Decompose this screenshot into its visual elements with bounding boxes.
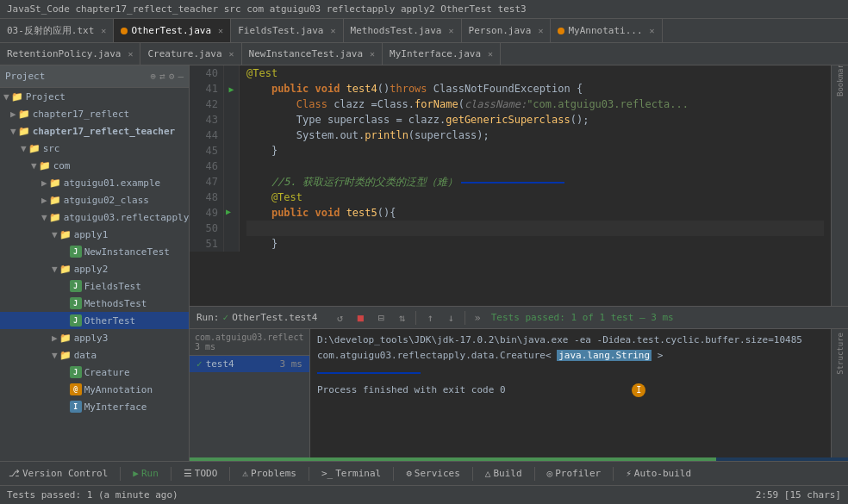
tree-item-myinterface[interactable]: I MyInterface [0,398,189,415]
tree-item-creature[interactable]: J Creature [0,364,189,381]
tree-item-atguigu02[interactable]: ▶ 📁 atguigu02_class [0,191,189,208]
tree-item-newinstancetest[interactable]: J NewInstanceTest [0,243,189,260]
tab-creature[interactable]: Creature.java ✕ [140,43,241,65]
tab-myannotation[interactable]: MyAnnotati... ✕ [551,19,662,42]
tab-close-icon[interactable]: ✕ [370,49,375,59]
tree-item-fieldstest[interactable]: J FieldsTest [0,277,189,295]
tree-item-src[interactable]: ▼ 📁 src [0,140,189,157]
tab-close-icon[interactable]: ✕ [538,26,543,35]
test-list-item[interactable]: ✓ test4 3 ms [190,356,309,372]
tree-item-chapter17[interactable]: ▶ 📁 chapter17_reflect [0,105,189,122]
structure-icon[interactable]: Structure [836,333,845,375]
tab-label: MyAnnotati... [568,25,642,36]
services-btn[interactable]: ⚙ Services [401,466,465,481]
stop-icon[interactable]: ■ [352,309,369,327]
tab-label: OtherTest.java [131,25,211,36]
line-numbers: 40 41 42 43 44 45 46 47 48 49 50 51 [190,65,224,252]
run-button-test5[interactable]: ▶ [224,205,239,221]
tab-close-icon[interactable]: ✕ [330,26,335,35]
run-btn[interactable]: ▶ Run [128,466,164,481]
tree-item-apply1[interactable]: ▼ 📁 apply1 [0,226,189,243]
tab-close-icon[interactable]: ✕ [488,49,493,59]
title-bar-text: JavaSt_Code chapter17_reflect_teacher sr… [7,3,527,15]
problems-btn[interactable]: ⚠ Problems [237,466,302,481]
code-content[interactable]: @Test public void test4 () throws C [240,65,831,306]
tree-item-chapter17-teacher[interactable]: ▼ 📁 chapter17_reflect_teacher [0,122,189,140]
structure-panel: Structure [831,329,848,457]
todo-btn[interactable]: ☰ TODO [178,466,223,481]
tree-item-label: Creature [84,367,130,378]
sort-icon[interactable]: ⇅ [393,309,410,327]
profiler-label: Profiler [555,468,601,479]
separator [613,467,614,481]
tree-item-com[interactable]: ▼ 📁 com [0,157,189,174]
tab-close-icon[interactable]: ✕ [128,49,133,59]
java-file-icon: J [70,246,82,258]
separator [120,467,121,481]
keyword-void: void [315,81,340,96]
tab-myinterface[interactable]: MyInterface.java ✕ [383,43,501,65]
tab-fieldstest[interactable]: FieldsTest.java ✕ [231,19,343,42]
tab-person[interactable]: Person.java ✕ [462,19,552,42]
problems-label: Problems [251,468,296,479]
sidebar-sync-icon[interactable]: ⇄ [159,71,165,82]
tab-dot-icon [558,28,564,34]
test-list-panel: com.atguigu03.reflect 3 ms ✓ test4 3 ms [190,329,310,457]
tab-close-icon[interactable]: ✕ [448,26,453,35]
autobuild-btn[interactable]: ⚡ Auto-build [620,466,696,481]
build-btn[interactable]: △ Build [480,466,527,481]
sidebar-settings-icon[interactable]: ⚙ [169,71,175,82]
folder-icon: 📁 [28,143,41,154]
version-control-icon: ⎇ [9,468,20,479]
tree-item-apply3[interactable]: ▶ 📁 apply3 [0,329,189,346]
tree-item-label: atguigu01.example [64,177,161,189]
profiler-btn[interactable]: ◎ Profiler [542,466,607,481]
todo-label: TODO [195,468,218,479]
next-icon[interactable]: ↓ [442,309,459,327]
sidebar-minus-icon[interactable]: — [178,71,184,82]
tab-label: Person.java [469,25,532,36]
expand-icon: ▼ [3,91,9,103]
method-name: test5 [346,205,377,221]
tree-item-methodstest[interactable]: J MethodsTest [0,295,189,312]
tree-item-label: NewInstanceTest [84,246,170,258]
tree-item-apply2[interactable]: ▼ 📁 apply2 [0,260,189,277]
restart-icon[interactable]: ↺ [331,309,348,327]
code-line-47: //5. 获取运行时类的父类的泛型（难） [246,174,824,190]
tree-item-atguigu01[interactable]: ▶ 📁 atguigu01.example [0,174,189,191]
tree-item-othertest[interactable]: J OtherTest [0,312,189,329]
tab-close-icon[interactable]: ✕ [650,26,655,35]
run-test-name: OtherTest.test4 [232,312,317,323]
separator [229,467,230,481]
bookmark-icon[interactable]: Bookmarks [833,69,847,83]
java-file-icon: J [70,280,82,292]
tab-reflectapply[interactable]: 03-反射的应用.txt ✕ [0,19,114,42]
tab-retentionpolicy[interactable]: RetentionPolicy.java ✕ [0,43,140,65]
tree-item-label: OtherTest [84,315,136,327]
tree-item-data[interactable]: ▼ 📁 data [0,346,189,364]
tab-close-icon[interactable]: ✕ [218,26,223,35]
todo-icon: ☰ [184,468,192,479]
tab-methodstest[interactable]: MethodsTest.java ✕ [344,19,462,42]
prev-icon[interactable]: ↑ [421,309,439,327]
sidebar-action-icon[interactable]: ⊕ [151,71,157,82]
code-editor[interactable]: 40 41 42 43 44 45 46 47 48 49 50 51 [190,65,848,306]
annotation-token: @Test [246,190,302,205]
java-file-icon: J [70,297,82,309]
tree-item-label: FieldsTest [84,281,141,292]
tree-item-project[interactable]: ▼ 📁 Project [0,88,189,105]
tab-othertest[interactable]: OtherTest.java ✕ [114,19,231,42]
folder-icon: 📁 [59,333,72,344]
tab-close-icon[interactable]: ✕ [101,26,106,35]
tab-newinstancetest[interactable]: NewInstanceTest.java ✕ [242,43,383,65]
method-token: getGenericSuperclass [446,112,571,128]
tree-item-atguigu03[interactable]: ▼ 📁 atguigu03.reflectapply [0,208,189,226]
keyword-public: public [271,205,309,221]
run-button-test4[interactable]: ▶ [224,81,239,96]
version-control-btn[interactable]: ⎇ Version Control [3,466,113,481]
terminal-btn[interactable]: >_ Terminal [316,466,386,481]
tab-close-icon[interactable]: ✕ [229,49,234,59]
filter-icon[interactable]: ⊟ [372,309,390,327]
tree-item-myannotation[interactable]: @ MyAnnotation [0,381,189,398]
status-bar: Tests passed: 1 (a minute ago) 2:59 [15 … [0,485,848,504]
